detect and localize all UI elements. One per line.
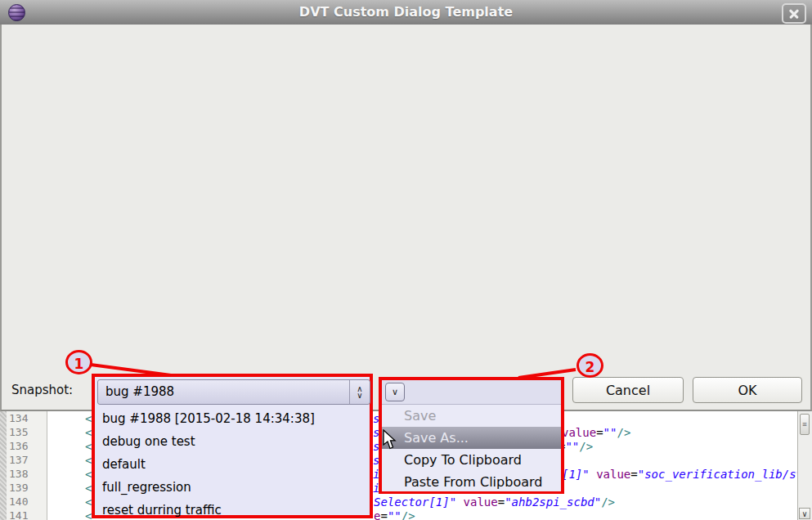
xml-val: [1]" [562,468,596,481]
xml-val: "" [565,440,579,453]
snapshot-label: Snapshot: [11,383,73,397]
xml-code-fragment: e=""/> [374,509,415,520]
line-number: 141 [9,509,28,520]
line-number: 135 [9,426,28,438]
close-button[interactable] [782,3,806,24]
chevron-down-icon: ∨ [392,388,398,397]
editor-scroll-down-arrow[interactable]: ∨ [799,508,810,519]
line-number: 140 [9,495,28,508]
line-number: 134 [9,412,28,424]
xml-eq: = [498,495,505,509]
xml-code-fragment: Selector[1]" value="ahb2spi_scbd"/> [374,495,615,509]
xml-tag: /> [601,495,615,509]
dialog-titlebar[interactable]: DVT Custom Dialog Template [0,0,812,25]
xml-code-fragment: value=""/> [562,426,630,439]
xml-eq: = [380,509,387,520]
xml-attr: value [596,468,630,481]
save-menu-dropdown-button[interactable]: ∨ [385,383,405,401]
xml-tag: /> [579,440,593,453]
xml-attr: value [562,426,596,439]
xml-val: "" [388,509,402,520]
menu-item: Save [382,405,561,427]
xml-val: "" [603,426,617,439]
snapshot-combo-spinner[interactable]: ∧ ∨ [349,380,370,404]
xml-code-fragment: [1]" value="soc_verification_lib/sv_c [562,468,812,481]
menu-item[interactable]: Copy To Clipboard [382,449,561,471]
chevron-down-icon: ∨ [357,392,362,399]
snapshot-dropdown-item[interactable]: reset durring traffic [95,499,370,520]
save-context-menu: SaveSave As...Copy To ClipboardPaste Fro… [382,404,561,491]
snapshot-dropdown-item[interactable]: full_regression [95,476,370,499]
xml-val: Selector[1]" [374,495,464,509]
editor-vertical-scrollbar[interactable]: ≡ ∨ [797,411,812,520]
editor-scrollbar-thumb[interactable]: ≡ [800,414,810,435]
snapshot-combo-value: bug #1988 [105,384,174,399]
dialog-body [0,25,812,411]
snapshot-dropdown-item[interactable]: default [95,453,370,476]
annotation-box-snapshot: bug #1988 ∧ ∨ bug #1988 [2015-02-18 14:3… [92,374,373,518]
screen: 134<s135<svalue=""/>136<s=""/>137<s138<i… [0,0,812,520]
snapshot-dropdown-list[interactable]: bug #1988 [2015-02-18 14:34:38]debug one… [95,407,370,515]
line-number: 138 [9,468,28,480]
snapshot-dropdown-item[interactable]: debug one test [95,430,370,453]
annotation-box-save-menu: ∨ SaveSave As...Copy To ClipboardPaste F… [379,377,564,494]
xml-val: "soc_verification_lib/sv_c [638,468,812,481]
menu-item[interactable]: Paste From Clipboard [382,471,561,493]
snapshot-dropdown-item[interactable]: bug #1988 [2015-02-18 14:34:38] [95,407,370,430]
xml-eq: = [596,426,603,439]
xml-attr: value [464,495,498,509]
ok-button[interactable]: OK [693,377,802,403]
snapshot-combo[interactable]: bug #1988 ∧ ∨ [97,379,370,405]
annotation-circle-1: 1 [65,350,92,374]
xml-val: "ahb2spi_scbd" [505,495,601,509]
cancel-button[interactable]: Cancel [572,377,684,403]
xml-tag: /> [617,426,630,439]
line-number: 137 [9,454,28,466]
xml-tag: /> [402,509,415,520]
annotation-circle-2: 2 [576,353,603,378]
dialog-title: DVT Custom Dialog Template [0,4,812,20]
xml-eq: = [630,468,637,481]
line-number: 139 [9,482,28,494]
line-number: 136 [9,440,28,452]
menu-item[interactable]: Save As... [382,427,561,449]
